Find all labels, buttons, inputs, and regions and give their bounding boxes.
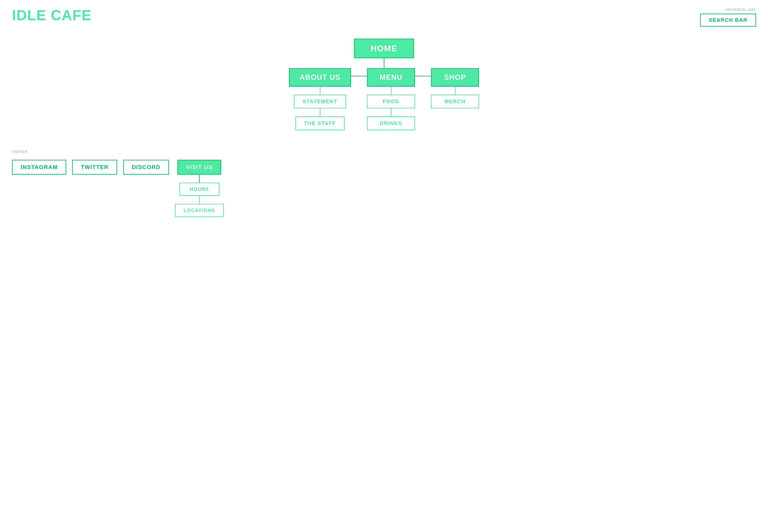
home-to-l2-connector	[384, 58, 384, 68]
search-bar-button[interactable]: SEARCH BAR	[700, 14, 756, 27]
visit-us-v-connector1	[199, 175, 200, 183]
instagram-button[interactable]: INSTAGRAM	[12, 160, 66, 175]
home-node[interactable]: HOME	[354, 39, 414, 58]
about-us-column: ABOUT US STATEMENT THE STAFF	[289, 68, 351, 130]
menu-v-connector	[391, 87, 391, 95]
food-node[interactable]: FOOD	[367, 95, 415, 108]
twitter-button[interactable]: TWITTER	[72, 160, 117, 175]
discord-button[interactable]: DISCORD	[123, 160, 169, 175]
header-right: UNIVERSAL NAV SEARCH BAR	[700, 8, 756, 27]
visit-us-v-connector2	[199, 196, 200, 204]
menu-shop-h-connector	[415, 76, 431, 76]
about-menu-h-connector	[351, 76, 367, 76]
footer-section: FOOTER INSTAGRAM TWITTER DISCORD VISIT U…	[12, 146, 756, 217]
footer-label: FOOTER	[12, 150, 756, 154]
menu-node[interactable]: MENU	[367, 68, 415, 87]
l2-row: ABOUT US STATEMENT THE STAFF MENU FOOD D…	[289, 68, 479, 130]
page-header: IDLE CAFE UNIVERSAL NAV SEARCH BAR	[12, 8, 756, 27]
visit-us-node[interactable]: VISIT US	[177, 160, 221, 175]
visit-us-column: VISIT US HOURS LOCATIONS	[175, 160, 224, 217]
statement-v-connector	[320, 108, 320, 116]
site-logo: IDLE CAFE	[12, 8, 92, 22]
shop-v-connector	[455, 87, 455, 95]
shop-node[interactable]: SHOP	[431, 68, 479, 87]
hours-node[interactable]: HOURS	[179, 183, 219, 196]
footer-row: INSTAGRAM TWITTER DISCORD VISIT US HOURS…	[12, 160, 756, 217]
sitemap-diagram: HOME ABOUT US STATEMENT THE STAFF MENU F…	[12, 39, 756, 130]
the-staff-node[interactable]: THE STAFF	[295, 116, 344, 130]
menu-column: MENU FOOD DRINKS	[367, 68, 415, 130]
about-us-node[interactable]: ABOUT US	[289, 68, 351, 87]
about-us-v-connector	[320, 87, 320, 95]
merch-node[interactable]: MERCH	[431, 95, 479, 108]
food-v-connector	[391, 108, 391, 116]
locations-node[interactable]: LOCATIONS	[175, 204, 224, 217]
shop-column: SHOP MERCH	[431, 68, 479, 108]
universal-nav-label: UNIVERSAL NAV	[726, 8, 756, 12]
statement-node[interactable]: STATEMENT	[294, 95, 346, 108]
drinks-node[interactable]: DRINKS	[367, 116, 415, 130]
